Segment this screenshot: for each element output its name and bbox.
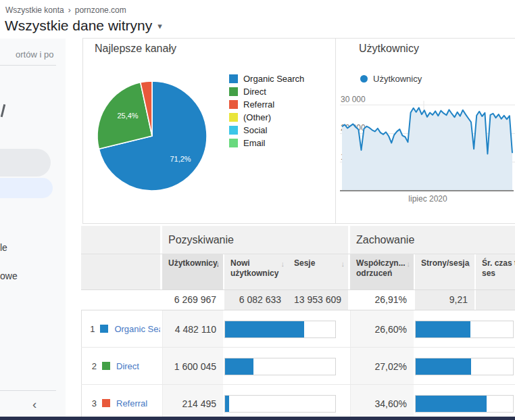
column-header-sr[interactable]: Śr. czas trwania ses↓ bbox=[476, 254, 515, 289]
legend-label: Direct bbox=[243, 87, 266, 97]
legend-swatch-icon bbox=[229, 100, 238, 109]
legend-swatch-icon bbox=[229, 139, 238, 147]
column-header-nowi[interactable]: Nowi użytkownicy↓ bbox=[224, 254, 288, 289]
sidebar-item-fragment-1[interactable]: le bbox=[0, 242, 7, 253]
bounce-value: 26,60% bbox=[350, 310, 414, 347]
users-value: 4 482 110 bbox=[162, 310, 223, 347]
total-bounce: 26,91% bbox=[350, 289, 414, 310]
legend-item-email: Email bbox=[229, 137, 304, 149]
users-bar-fill bbox=[225, 321, 304, 337]
column-header-strony[interactable]: Strony/sesja↓ bbox=[415, 254, 474, 289]
table-corner bbox=[81, 226, 160, 254]
legend-item-organic-search: Organic Search bbox=[229, 72, 304, 85]
total-strony: 9,21 bbox=[415, 289, 474, 310]
users-bar-zone bbox=[224, 310, 348, 347]
pie-label-organic: 71,2% bbox=[170, 155, 191, 163]
column-header-bounce[interactable]: Współczyn... odrzuceń↓ bbox=[350, 254, 414, 289]
sort-icon[interactable]: ↓ bbox=[341, 259, 345, 269]
channel-link[interactable]: Referral bbox=[116, 398, 147, 409]
users-bar-box bbox=[224, 358, 336, 375]
channels-pie-chart: 71,2%25,4% bbox=[94, 78, 210, 194]
bounce-value: 27,02% bbox=[350, 348, 414, 384]
sort-icon[interactable]: ↓ bbox=[468, 259, 472, 269]
sidebar-cropped-glyph bbox=[1, 104, 5, 117]
legend-label: (Other) bbox=[243, 112, 271, 122]
sidebar-collapse-button[interactable]: ‹ bbox=[32, 397, 36, 412]
bounce-bar-fill bbox=[416, 321, 470, 337]
table-row-label: 3Referral bbox=[81, 385, 160, 417]
channel-link[interactable]: Direct bbox=[116, 361, 139, 371]
bounce-bar-fill bbox=[416, 396, 487, 412]
bounce-bar-zone bbox=[415, 385, 515, 417]
pie-legend: Organic SearchDirectReferral(Other)Socia… bbox=[229, 72, 304, 149]
users-value: 1 600 045 bbox=[162, 348, 223, 384]
column-header-sesje[interactable]: Sesje↓ bbox=[288, 254, 348, 289]
legend-label: Social bbox=[243, 125, 267, 135]
users-bar-fill bbox=[225, 358, 253, 375]
sidebar-item-selected[interactable] bbox=[0, 178, 53, 198]
legend-label: Organic Search bbox=[243, 74, 304, 84]
totals-spacer bbox=[81, 289, 160, 310]
users-value: 214 495 bbox=[162, 385, 223, 417]
group-header-acquisition: Pozyskiwanie bbox=[162, 226, 348, 254]
legend-item-social: Social bbox=[229, 124, 304, 137]
chevron-down-icon: ▾ bbox=[157, 21, 162, 31]
legend-label: Referral bbox=[243, 99, 274, 110]
bounce-bar-box bbox=[415, 395, 514, 413]
page-title: Wszystkie dane witryny bbox=[5, 18, 152, 33]
legend-item-direct: Direct bbox=[229, 85, 304, 98]
legend-item--other-: (Other) bbox=[229, 111, 304, 124]
channel-swatch-icon bbox=[102, 399, 110, 407]
table-row-label: 1Organic Sear bbox=[81, 310, 160, 347]
legend-item-referral: Referral bbox=[229, 98, 304, 111]
column-header-users[interactable]: Użytkownicy↓ bbox=[162, 254, 223, 289]
users-chart-legend: Użytkownicy bbox=[360, 74, 422, 84]
sort-icon[interactable]: ↓ bbox=[407, 259, 411, 269]
users-legend-dot-icon bbox=[360, 75, 368, 83]
breadcrumb-separator: › bbox=[68, 5, 71, 15]
row-rank: 3 bbox=[82, 398, 97, 409]
sidebar-item-hovered[interactable] bbox=[0, 149, 51, 177]
bounce-bar-box bbox=[415, 321, 514, 338]
sort-icon[interactable]: ↓ bbox=[281, 259, 285, 269]
legend-swatch-icon bbox=[229, 113, 238, 122]
row-divider bbox=[81, 289, 515, 290]
overview-card: Najlepsze kanały Użytkownicy 71,2%25,4% … bbox=[82, 38, 515, 224]
channel-link[interactable]: Organic Sear bbox=[114, 324, 160, 334]
card-divider bbox=[335, 39, 336, 224]
legend-swatch-icon bbox=[229, 87, 238, 96]
total-sesje: 13 953 609 bbox=[288, 289, 348, 310]
total-sr: 00:07 bbox=[476, 289, 515, 310]
users-card-title: Użytkownicy bbox=[359, 43, 419, 55]
sidebar-search-input[interactable]: ortów i po bbox=[16, 49, 53, 60]
row-rank: 2 bbox=[82, 361, 97, 371]
total-nowi: 6 082 633 bbox=[224, 289, 288, 310]
users-bar-zone bbox=[224, 348, 348, 384]
analytics-page: Wszystkie konta›pornzone.com Wszystkie d… bbox=[0, 0, 515, 420]
users-bar-box bbox=[224, 321, 336, 338]
bounce-bar-zone bbox=[415, 348, 515, 384]
breadcrumb-accounts-link[interactable]: Wszystkie konta bbox=[5, 5, 64, 15]
legend-swatch-icon bbox=[229, 74, 238, 83]
breadcrumb-property-link[interactable]: pornzone.com bbox=[75, 5, 126, 15]
top-header: Wszystkie konta›pornzone.com Wszystkie d… bbox=[0, 0, 515, 38]
users-bar-box bbox=[224, 395, 336, 413]
sort-icon[interactable]: ↓ bbox=[216, 259, 220, 269]
channel-swatch-icon bbox=[102, 362, 110, 370]
legend-label: Email bbox=[243, 138, 266, 148]
users-bar-zone bbox=[224, 385, 348, 417]
bottom-strip bbox=[0, 417, 515, 420]
bounce-bar-box bbox=[415, 358, 514, 375]
pie-label-direct: 25,4% bbox=[117, 112, 138, 120]
group-header-behavior: Zachowanie bbox=[350, 226, 515, 254]
users-bar-fill bbox=[225, 396, 229, 412]
view-selector[interactable]: Wszystkie dane witryny▾ bbox=[5, 18, 162, 34]
sidebar-divider-bottom bbox=[0, 390, 56, 391]
row-divider bbox=[81, 254, 515, 254]
sidebar-divider bbox=[0, 65, 56, 66]
sidebar-item-fragment-2[interactable]: owe bbox=[0, 271, 18, 281]
users-line-chart: 30 00020 00010 000lipiec 2020 bbox=[339, 95, 515, 207]
table-row-label: 2Direct bbox=[81, 348, 160, 384]
bounce-bar-fill bbox=[416, 358, 471, 375]
channels-table: PozyskiwanieZachowanieUżytkownicy↓Nowi u… bbox=[81, 226, 515, 417]
